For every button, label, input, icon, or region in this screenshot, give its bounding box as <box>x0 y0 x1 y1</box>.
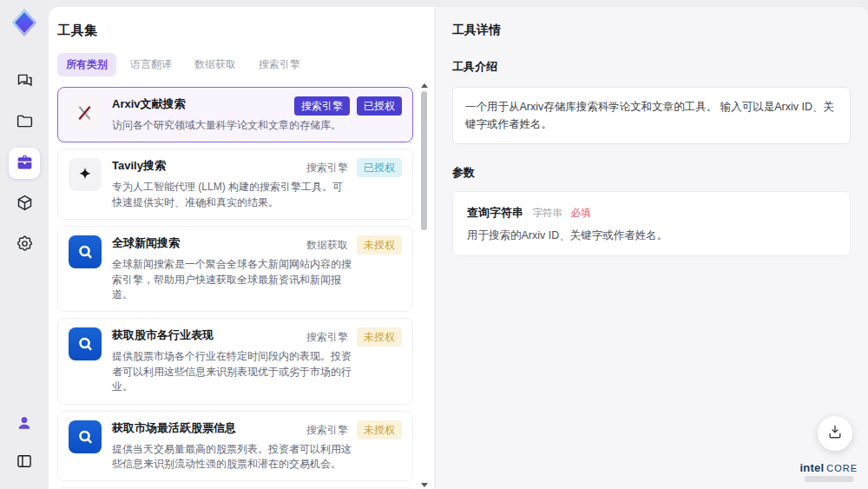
tool-title: Arxiv文献搜索 <box>112 96 287 113</box>
tool-category-badge: 搜索引擎 <box>306 327 348 347</box>
sidebar-item-briefcase[interactable] <box>9 148 40 179</box>
tool-card-body: Tavily搜索 搜索引擎 已授权 专为人工智能代理 (LLM) 构建的搜索引擎… <box>112 158 402 210</box>
detail-title: 工具详情 <box>452 23 851 38</box>
tool-status-badge: 未授权 <box>357 327 402 347</box>
page-title: 工具集 <box>57 23 413 39</box>
rail-bottom <box>9 409 40 479</box>
tool-card[interactable]: Arxiv文献搜索 搜索引擎 已授权 访问各个研究领域大量科学论文和文章的存储库… <box>57 87 413 142</box>
main-content: 工具集 所有类别语言翻译数据获取搜索引擎 Arxiv文献搜索 搜索引擎 已授权 … <box>49 7 868 489</box>
tool-card-head: 全球新闻搜索 数据获取 未授权 <box>112 235 402 254</box>
tool-description: 全球新闻搜索是一个聚合全球各大新闻网站内容的搜索引擎，帮助用户快速获取全球最新资… <box>112 257 352 302</box>
parameter-card: 查询字符串 字符串 必填 用于搜索的Arxiv ID、关键字或作者姓名。 <box>452 191 851 256</box>
parameter-type: 字符串 <box>532 208 562 218</box>
parameter-required-badge: 必填 <box>570 208 590 218</box>
intel-core-logo: intelCORE <box>799 461 858 482</box>
left-icon-rail <box>0 0 49 489</box>
gear-icon <box>16 235 34 256</box>
scrollbar-down-arrow[interactable] <box>421 483 428 487</box>
user-icon <box>16 414 33 435</box>
intel-brand-text: intel <box>799 461 824 474</box>
tool-badges: 搜索引擎 已授权 <box>294 96 402 116</box>
tool-category-badge: 搜索引擎 <box>306 158 348 177</box>
tool-card-body: 获取市场最活跃股票信息 搜索引擎 未授权 提供当天交易量最高的股票列表。投资者可… <box>112 420 402 472</box>
download-button[interactable] <box>818 416 852 451</box>
blue-search-icon <box>69 235 102 268</box>
tool-card-body: 全球新闻搜索 数据获取 未授权 全球新闻搜索是一个聚合全球各大新闻网站内容的搜索… <box>112 235 402 302</box>
tool-category-badge: 搜索引擎 <box>306 420 348 439</box>
folder-icon <box>16 112 34 134</box>
scrollbar-up-arrow[interactable] <box>421 83 428 88</box>
tool-badges: 搜索引擎 未授权 <box>306 420 402 439</box>
app-window: 工具集 所有类别语言翻译数据获取搜索引擎 Arxiv文献搜索 搜索引擎 已授权 … <box>0 0 868 489</box>
tool-description: 提供股票市场各个行业在特定时间段内的表现。投资者可以利用这些信息来识别表现优于或… <box>112 349 352 394</box>
tool-list: Arxiv文献搜索 搜索引擎 已授权 访问各个研究领域大量科学论文和文章的存储库… <box>57 87 413 489</box>
tool-card-body: Arxiv文献搜索 搜索引擎 已授权 访问各个研究领域大量科学论文和文章的存储库… <box>112 96 402 133</box>
tool-card-head: 获取市场最活跃股票信息 搜索引擎 未授权 <box>112 420 402 439</box>
panel-icon <box>16 453 33 473</box>
tool-title: Tavily搜索 <box>112 158 299 175</box>
sidebar-item-gear[interactable] <box>9 229 40 261</box>
tool-description: 专为人工智能代理 (LLM) 构建的搜索引擎工具。可快速提供实时、准确和真实的结… <box>112 180 352 210</box>
tool-card-head: 获取股市各行业表现 搜索引擎 未授权 <box>112 327 402 347</box>
blue-search-icon <box>69 327 102 360</box>
sidebar-item-panel[interactable] <box>9 447 40 479</box>
tool-card[interactable]: Tavily搜索 搜索引擎 已授权 专为人工智能代理 (LLM) 构建的搜索引擎… <box>57 149 413 220</box>
core-brand-text: CORE <box>826 463 858 473</box>
chat-icon <box>16 71 34 93</box>
sidebar-item-user[interactable] <box>9 409 40 440</box>
tab-all[interactable]: 所有类别 <box>57 53 116 76</box>
blue-search-icon <box>69 420 102 453</box>
sidebar-item-folder[interactable] <box>9 107 40 138</box>
tab-data[interactable]: 数据获取 <box>186 53 245 76</box>
tool-category-badge: 搜索引擎 <box>294 96 350 116</box>
tool-card[interactable]: 获取股市各行业表现 搜索引擎 未授权 提供股票市场各个行业在特定时间段内的表现。… <box>57 318 413 404</box>
tool-card-head: Arxiv文献搜索 搜索引擎 已授权 <box>112 96 402 116</box>
tool-title: 获取市场最活跃股票信息 <box>112 420 299 437</box>
tool-card[interactable]: 获取市场最活跃股票信息 搜索引擎 未授权 提供当天交易量最高的股票列表。投资者可… <box>57 411 413 482</box>
scrollbar-thumb[interactable] <box>421 91 427 230</box>
tab-translate[interactable]: 语言翻译 <box>122 53 181 76</box>
tool-card-head: Tavily搜索 搜索引擎 已授权 <box>112 158 402 177</box>
tool-status-badge: 未授权 <box>357 235 402 254</box>
rail-nav <box>9 66 40 261</box>
arxiv-logo-icon <box>69 96 102 129</box>
category-tabs: 所有类别语言翻译数据获取搜索引擎 <box>57 53 413 76</box>
tool-card-body: 获取股市各行业表现 搜索引擎 未授权 提供股票市场各个行业在特定时间段内的表现。… <box>112 327 402 394</box>
intro-heading: 工具介绍 <box>452 59 851 75</box>
tool-detail-pane: 工具详情 工具介绍 一个用于从Arxiv存储库搜索科学论文和文章的工具。 输入可… <box>434 7 868 489</box>
tool-list-pane: 工具集 所有类别语言翻译数据获取搜索引擎 Arxiv文献搜索 搜索引擎 已授权 … <box>49 7 434 489</box>
download-icon <box>826 423 844 444</box>
parameter-description: 用于搜索的Arxiv ID、关键字或作者姓名。 <box>467 228 836 243</box>
tool-title: 获取股市各行业表现 <box>112 327 299 344</box>
tool-intro-text: 一个用于从Arxiv存储库搜索科学论文和文章的工具。 输入可以是Arxiv ID… <box>452 87 851 144</box>
parameter-head: 查询字符串 字符串 必填 <box>467 204 836 221</box>
tool-card[interactable]: 全球新闻搜索 数据获取 未授权 全球新闻搜索是一个聚合全球各大新闻网站内容的搜索… <box>57 226 413 312</box>
briefcase-icon <box>16 153 34 175</box>
tool-badges: 数据获取 未授权 <box>306 235 402 254</box>
tool-status-badge: 已授权 <box>357 96 402 116</box>
tool-category-badge: 数据获取 <box>306 235 348 254</box>
params-heading: 参数 <box>452 165 851 181</box>
parameter-name: 查询字符串 <box>467 206 523 219</box>
list-scrollbar[interactable] <box>420 83 429 487</box>
tool-description: 访问各个研究领域大量科学论文和文章的存储库。 <box>112 118 352 133</box>
tool-badges: 搜索引擎 已授权 <box>306 158 402 177</box>
tool-badges: 搜索引擎 未授权 <box>306 327 402 347</box>
cube-icon <box>16 194 34 215</box>
sidebar-item-chat[interactable] <box>9 66 40 97</box>
app-logo-icon <box>9 7 40 38</box>
tool-title: 全球新闻搜索 <box>112 235 299 252</box>
tool-status-badge: 已授权 <box>357 158 402 177</box>
tool-description: 提供当天交易量最高的股票列表。投资者可以利用这些信息来识别流动性强的股票和潜在的… <box>112 442 352 472</box>
sidebar-item-cube[interactable] <box>9 188 40 220</box>
tavily-star-icon <box>69 158 102 191</box>
tool-status-badge: 未授权 <box>357 420 402 439</box>
tab-search[interactable]: 搜索引擎 <box>250 53 309 76</box>
intel-watermark <box>805 476 853 482</box>
